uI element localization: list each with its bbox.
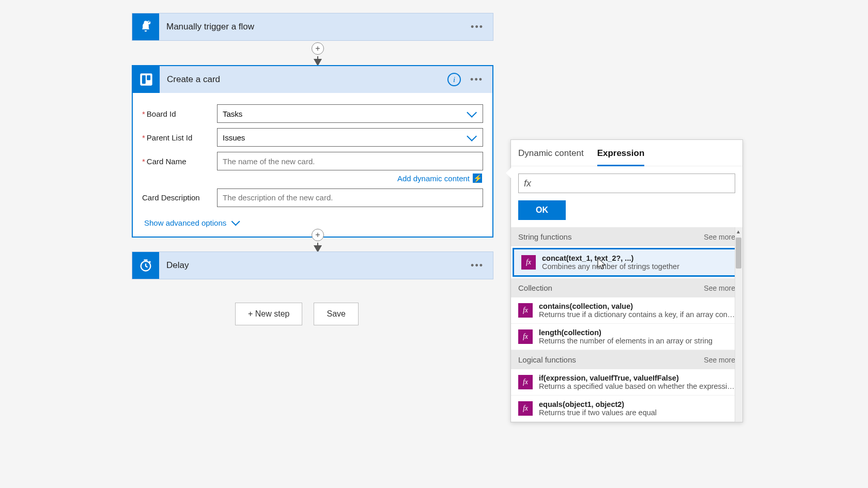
trigger-menu[interactable]: ••• (471, 22, 484, 33)
add-step-2[interactable]: + (312, 229, 324, 241)
section-logical: Logical functions See more (511, 350, 742, 369)
fn-concat[interactable]: fx concat(text_1, text_2?, ...) Combines… (513, 248, 741, 277)
fn-contains[interactable]: fx contains(collection, value) Returns t… (511, 297, 742, 324)
section-collection: Collection See more (511, 278, 742, 297)
card-name-label: *Card Name (142, 157, 217, 166)
fx-icon: fx (518, 329, 533, 344)
fx-icon: fx (518, 401, 533, 416)
trigger-title: Manually trigger a flow (159, 22, 471, 32)
expression-input[interactable]: fx (518, 174, 735, 193)
see-more-string[interactable]: See more (704, 233, 735, 241)
see-more-logical[interactable]: See more (704, 356, 735, 364)
svg-rect-3 (147, 75, 150, 80)
trigger-icon (132, 13, 159, 40)
card-name-input[interactable]: The name of the new card. (217, 152, 483, 170)
trello-icon (133, 66, 160, 93)
fn-if[interactable]: fx if(expression, valueIfTrue, valueIfFa… (511, 369, 742, 396)
scrollbar[interactable]: ▲ (735, 227, 742, 422)
create-card-action[interactable]: Create a card i ••• *Board Id Tasks *Par… (132, 65, 493, 238)
card-desc-input[interactable]: The description of the new card. (217, 188, 483, 207)
show-advanced-toggle[interactable]: Show advanced options (144, 218, 238, 227)
board-id-label: *Board Id (142, 109, 217, 118)
delay-title: Delay (159, 260, 471, 271)
delay-action[interactable]: Delay ••• (132, 251, 493, 279)
delay-menu[interactable]: ••• (471, 260, 484, 271)
add-dynamic-content-link[interactable]: Add dynamic content ⚡ (397, 174, 482, 183)
info-icon[interactable]: i (447, 73, 461, 86)
function-list[interactable]: ▲ String functions See more fx concat(te… (511, 227, 742, 422)
fx-icon: fx (521, 255, 536, 270)
scrollbar-thumb[interactable] (736, 238, 741, 269)
tab-dynamic-content[interactable]: Dynamic content (518, 148, 584, 166)
tab-expression[interactable]: Expression (597, 148, 645, 166)
add-step-1[interactable]: + (312, 42, 324, 55)
create-card-title: Create a card (160, 74, 447, 85)
parent-list-label: *Parent List Id (142, 133, 217, 142)
section-string: String functions See more (511, 227, 742, 246)
add-dynamic-icon: ⚡ (473, 174, 482, 183)
connector-1: + (313, 42, 323, 66)
trigger-card[interactable]: Manually trigger a flow ••• (132, 13, 493, 41)
svg-rect-5 (144, 259, 148, 260)
delay-icon (132, 252, 159, 279)
parent-list-input[interactable]: Issues (217, 128, 483, 147)
card-desc-label: Card Description (142, 193, 217, 202)
svg-rect-2 (142, 75, 146, 84)
connector-2: + (313, 229, 323, 253)
save-button[interactable]: Save (314, 303, 358, 325)
create-card-menu[interactable]: ••• (470, 74, 483, 85)
board-id-input[interactable]: Tasks (217, 104, 483, 123)
fx-icon: fx (518, 375, 533, 389)
see-more-collection[interactable]: See more (704, 284, 735, 292)
new-step-button[interactable]: + New step (235, 303, 302, 325)
expression-panel: Dynamic content Expression fx OK ▲ Strin… (510, 139, 743, 422)
fn-length[interactable]: fx length(collection) Returns the number… (511, 324, 742, 350)
ok-button[interactable]: OK (518, 200, 566, 220)
fn-equals[interactable]: fx equals(object1, object2) Returns true… (511, 396, 742, 422)
fx-icon: fx (518, 303, 533, 318)
